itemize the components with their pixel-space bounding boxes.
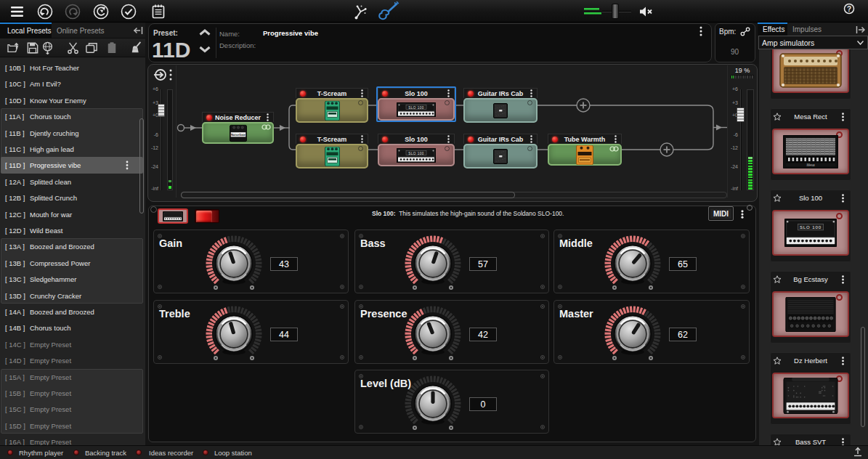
svg-text:SLO 100: SLO 100: [800, 225, 822, 230]
svg-text:SLO 100: SLO 100: [408, 105, 424, 109]
svg-text:NoiseGate: NoiseGate: [230, 132, 246, 136]
svg-text:SLO 100: SLO 100: [408, 151, 424, 155]
svg-text:?: ?: [847, 5, 851, 13]
svg-text:Mesa: Mesa: [806, 163, 815, 167]
